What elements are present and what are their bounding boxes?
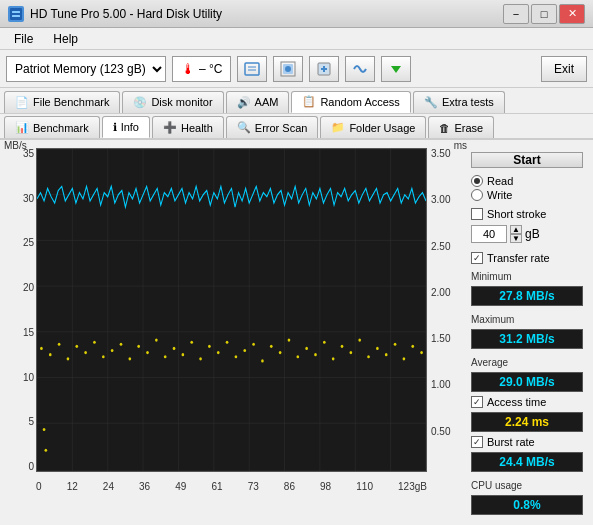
exit-button[interactable]: Exit bbox=[541, 56, 587, 82]
tab-folder-usage[interactable]: 📁 Folder Usage bbox=[320, 116, 426, 138]
spin-up[interactable]: ▲ bbox=[510, 225, 522, 234]
menu-bar: File Help bbox=[0, 28, 593, 50]
tab-random-access[interactable]: 📋 Random Access bbox=[291, 91, 410, 113]
maximize-button[interactable]: □ bbox=[531, 4, 557, 24]
svg-point-58 bbox=[270, 345, 273, 348]
y-axis-left: 35 30 25 20 15 10 5 0 bbox=[2, 148, 34, 472]
svg-point-66 bbox=[341, 345, 344, 348]
svg-point-73 bbox=[403, 357, 406, 360]
chart-container: 35 30 25 20 15 10 5 0 MB/s ms 3.50 3.00 … bbox=[0, 140, 467, 500]
burst-rate-item[interactable]: Burst rate bbox=[471, 436, 583, 448]
svg-point-64 bbox=[323, 341, 326, 344]
toolbar-btn-4[interactable] bbox=[345, 56, 375, 82]
transfer-rate-item[interactable]: Transfer rate bbox=[471, 252, 583, 264]
tab-benchmark[interactable]: 📊 Benchmark bbox=[4, 116, 100, 138]
main-area: 35 30 25 20 15 10 5 0 MB/s ms 3.50 3.00 … bbox=[0, 140, 593, 500]
svg-point-45 bbox=[155, 339, 158, 342]
svg-point-68 bbox=[358, 339, 361, 342]
disk-monitor-icon: 💿 bbox=[133, 96, 147, 109]
svg-point-53 bbox=[226, 341, 229, 344]
tab-file-benchmark[interactable]: 📄 File Benchmark bbox=[4, 91, 120, 113]
gb-spinner: ▲ ▼ bbox=[510, 225, 522, 243]
minimum-value: 27.8 MB/s bbox=[471, 286, 583, 306]
menu-file[interactable]: File bbox=[6, 30, 41, 48]
svg-point-71 bbox=[385, 353, 388, 356]
spin-down[interactable]: ▼ bbox=[510, 234, 522, 243]
svg-point-48 bbox=[182, 353, 185, 356]
tab-disk-monitor[interactable]: 💿 Disk monitor bbox=[122, 91, 223, 113]
app-icon bbox=[8, 6, 24, 22]
temp-value: – °C bbox=[199, 62, 222, 76]
gb-field[interactable] bbox=[471, 225, 507, 243]
svg-point-49 bbox=[190, 341, 193, 344]
svg-point-60 bbox=[288, 339, 291, 342]
svg-point-33 bbox=[49, 353, 52, 356]
tab-health[interactable]: ➕ Health bbox=[152, 116, 224, 138]
toolbar-btn-2[interactable] bbox=[273, 56, 303, 82]
svg-point-72 bbox=[394, 343, 397, 346]
svg-point-35 bbox=[67, 357, 70, 360]
toolbar-btn-3[interactable] bbox=[309, 56, 339, 82]
x-axis-labels: 0 12 24 36 49 61 73 86 98 110 123gB bbox=[36, 481, 427, 492]
maximum-label: Maximum bbox=[471, 314, 583, 325]
toolbar: Patriot Memory (123 gB) 🌡 – °C Exit bbox=[0, 50, 593, 88]
svg-point-59 bbox=[279, 351, 282, 354]
svg-point-52 bbox=[217, 351, 220, 354]
svg-point-67 bbox=[350, 351, 353, 354]
title-bar: HD Tune Pro 5.00 - Hard Disk Utility − □… bbox=[0, 0, 593, 28]
close-button[interactable]: ✕ bbox=[559, 4, 585, 24]
svg-point-54 bbox=[235, 355, 238, 358]
radio-read-circle bbox=[471, 175, 483, 187]
access-time-checkbox[interactable] bbox=[471, 396, 483, 408]
benchmark-icon: 📊 bbox=[15, 121, 29, 134]
tab-extra-tests[interactable]: 🔧 Extra tests bbox=[413, 91, 505, 113]
temp-display: 🌡 – °C bbox=[172, 56, 231, 82]
toolbar-btn-1[interactable] bbox=[237, 56, 267, 82]
tab-row-2: 📊 Benchmark ℹ Info ➕ Health 🔍 Error Scan… bbox=[0, 114, 593, 140]
toolbar-btn-5[interactable] bbox=[381, 56, 411, 82]
drive-select[interactable]: Patriot Memory (123 gB) bbox=[6, 56, 166, 82]
svg-rect-3 bbox=[245, 63, 259, 75]
svg-point-57 bbox=[261, 359, 264, 362]
svg-point-77 bbox=[43, 428, 46, 431]
thermometer-icon: 🌡 bbox=[181, 61, 195, 77]
start-button[interactable]: Start bbox=[471, 152, 583, 168]
svg-point-63 bbox=[314, 353, 317, 356]
error-scan-icon: 🔍 bbox=[237, 121, 251, 134]
radio-read[interactable]: Read bbox=[471, 175, 583, 187]
svg-point-74 bbox=[411, 345, 414, 348]
svg-point-56 bbox=[252, 343, 255, 346]
svg-point-50 bbox=[199, 357, 202, 360]
svg-point-41 bbox=[120, 343, 123, 346]
access-time-item[interactable]: Access time bbox=[471, 396, 583, 408]
average-label: Average bbox=[471, 357, 583, 368]
gb-unit: gB bbox=[525, 227, 540, 241]
chart-svg bbox=[37, 149, 426, 471]
svg-point-75 bbox=[420, 351, 423, 354]
short-stroke-checkbox[interactable] bbox=[471, 208, 483, 220]
health-icon: ➕ bbox=[163, 121, 177, 134]
burst-rate-checkbox[interactable] bbox=[471, 436, 483, 448]
erase-icon: 🗑 bbox=[439, 122, 450, 134]
svg-marker-12 bbox=[391, 66, 401, 73]
tab-error-scan[interactable]: 🔍 Error Scan bbox=[226, 116, 319, 138]
cpu-usage-label: CPU usage bbox=[471, 480, 583, 491]
short-stroke-item[interactable]: Short stroke bbox=[471, 208, 583, 220]
svg-point-69 bbox=[367, 355, 370, 358]
svg-rect-0 bbox=[10, 8, 22, 20]
tab-aam[interactable]: 🔊 AAM bbox=[226, 91, 290, 113]
minimize-button[interactable]: − bbox=[503, 4, 529, 24]
svg-point-38 bbox=[93, 341, 96, 344]
svg-point-70 bbox=[376, 347, 379, 350]
tab-info[interactable]: ℹ Info bbox=[102, 116, 150, 138]
menu-help[interactable]: Help bbox=[45, 30, 86, 48]
svg-point-76 bbox=[45, 449, 48, 452]
tab-erase[interactable]: 🗑 Erase bbox=[428, 116, 494, 138]
svg-point-36 bbox=[75, 345, 78, 348]
radio-write[interactable]: Write bbox=[471, 189, 583, 201]
svg-point-32 bbox=[40, 347, 43, 350]
chart-plot-area bbox=[36, 148, 427, 472]
tab-row-1: 📄 File Benchmark 💿 Disk monitor 🔊 AAM 📋 … bbox=[0, 88, 593, 114]
svg-point-34 bbox=[58, 343, 61, 346]
transfer-rate-checkbox[interactable] bbox=[471, 252, 483, 264]
